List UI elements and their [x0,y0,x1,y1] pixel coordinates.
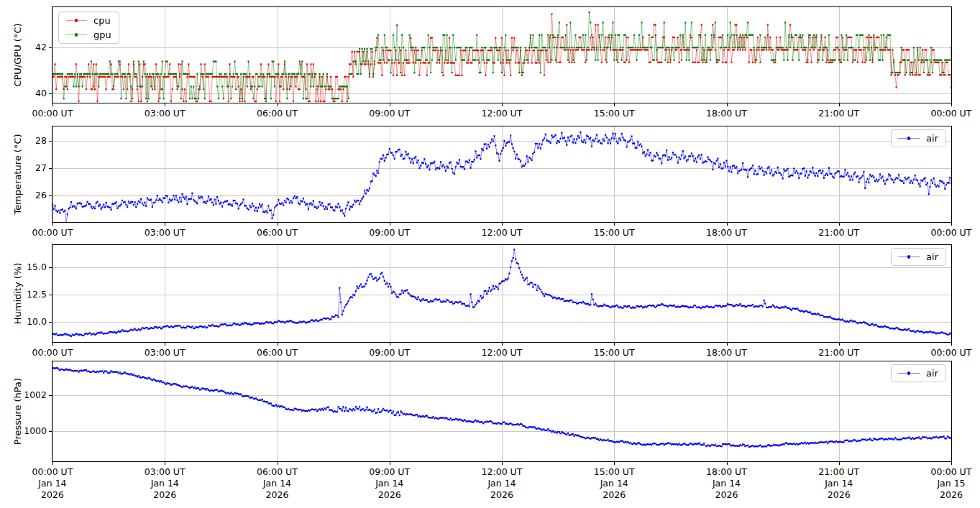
x-tick-date: Jan 14 [369,478,410,489]
x-tick-time: 09:00 UT [369,466,410,478]
y-tick-label: 15.0 [0,262,47,273]
x-tick-year: 2026 [482,489,523,501]
gpu-marker-dot [75,33,78,36]
x-tick-time: 06:00 UT [257,347,298,359]
y-tick-mark [49,322,52,323]
legend-entry-cpu: cpu [65,15,111,26]
cpu-gpu-plot-canvas [52,7,951,103]
x-tick-mark [502,223,503,226]
x-tick-mark [951,223,952,226]
air-marker-dot [907,371,910,374]
x-tick-label: 09:00 UT [369,227,410,239]
x-tick-time: 00:00 UT [32,466,73,478]
x-tick-time: 00:00 UT [32,347,73,359]
x-tick-mark [502,462,503,465]
y-tick-label: 28 [0,135,47,147]
gpu-line-sample [65,34,87,36]
x-tick-label: 03:00 UT [145,347,186,359]
x-tick-time: 18:00 UT [706,466,747,478]
x-tick-time: 06:00 UT [257,227,298,239]
x-tick-time: 12:00 UT [482,347,523,359]
x-tick-mark [502,343,503,346]
x-tick-mark [614,343,615,346]
cpu-line-sample [65,20,87,22]
air-line-sample [898,257,920,258]
air-marker-dot [907,137,910,139]
x-tick-mark [390,462,390,465]
x-tick-year: 2026 [369,489,410,501]
pressure-plot-canvas [52,361,951,461]
x-tick-date: Jan 14 [818,478,859,489]
x-tick-mark [614,223,615,226]
x-tick-mark [839,462,840,465]
legend-label-air: air [926,251,938,262]
x-tick-mark [839,103,840,106]
x-tick-date: Jan 14 [32,478,73,489]
y-tick-mark [49,195,52,196]
panel-cpu-gpu: cpu gpu [52,6,952,103]
legend-entry-air: air [898,133,938,144]
x-tick-label: 00:00 UT [931,347,972,359]
x-tick-mark [52,462,53,465]
x-tick-time: 03:00 UT [145,466,186,478]
legend-entry-air: air [898,368,938,379]
x-tick-label: 18:00 UT [706,227,747,239]
x-tick-year: 2026 [931,489,972,501]
x-tick-mark [165,462,165,465]
x-tick-label: 06:00 UTJan 142026 [257,466,298,501]
x-tick-label: 09:00 UT [369,347,410,359]
y-tick-mark [49,295,52,295]
x-tick-label: 21:00 UT [818,347,859,359]
x-tick-time: 00:00 UT [931,227,972,239]
x-tick-label: 12:00 UT [482,108,523,119]
figure: cpu gpu air air [0,0,980,508]
x-tick-mark [839,343,840,346]
x-tick-label: 12:00 UTJan 142026 [482,466,523,501]
x-tick-time: 00:00 UT [931,466,972,478]
x-tick-mark [390,343,390,346]
x-tick-time: 18:00 UT [706,108,747,119]
y-tick-mark [49,47,52,48]
x-tick-time: 06:00 UT [257,108,298,119]
x-tick-time: 21:00 UT [818,466,859,478]
x-tick-date: Jan 14 [145,478,186,489]
x-tick-label: 00:00 UT [931,108,972,119]
x-tick-label: 00:00 UTJan 152026 [931,466,972,501]
x-tick-mark [165,223,165,226]
x-tick-label: 00:00 UT [32,347,73,359]
x-tick-time: 12:00 UT [482,466,523,478]
x-tick-time: 15:00 UT [594,108,635,119]
x-tick-time: 00:00 UT [32,227,73,239]
x-tick-mark [951,462,952,465]
legend-label-cpu: cpu [93,15,111,26]
x-tick-time: 00:00 UT [931,347,972,359]
x-tick-label: 18:00 UT [706,347,747,359]
x-tick-time: 06:00 UT [257,466,298,478]
legend-pressure: air [891,364,946,382]
y-axis-label: Pressure (hPa) [12,361,23,461]
x-tick-label: 21:00 UT [818,227,859,239]
x-tick-date: Jan 14 [482,478,523,489]
x-tick-mark [390,103,390,106]
x-tick-mark [52,223,53,226]
x-tick-time: 21:00 UT [818,108,859,119]
panel-pressure: air [52,361,952,462]
y-tick-label: 1000 [0,425,47,437]
x-tick-mark [278,223,278,226]
x-tick-time: 21:00 UT [818,347,859,359]
x-tick-label: 00:00 UT [32,227,73,239]
x-tick-year: 2026 [257,489,298,501]
y-tick-label: 1002 [0,389,47,401]
air-marker-dot [907,255,910,258]
x-tick-date: Jan 15 [931,478,972,489]
legend-entry-air: air [898,251,938,262]
x-tick-label: 15:00 UT [594,108,635,119]
x-tick-mark [951,103,952,106]
x-tick-time: 15:00 UT [594,227,635,239]
x-tick-label: 18:00 UTJan 142026 [706,466,747,501]
air-line-sample [898,373,920,374]
x-tick-label: 15:00 UT [594,227,635,239]
legend-label-air: air [926,133,938,144]
x-tick-mark [727,223,728,226]
x-tick-mark [839,223,840,226]
